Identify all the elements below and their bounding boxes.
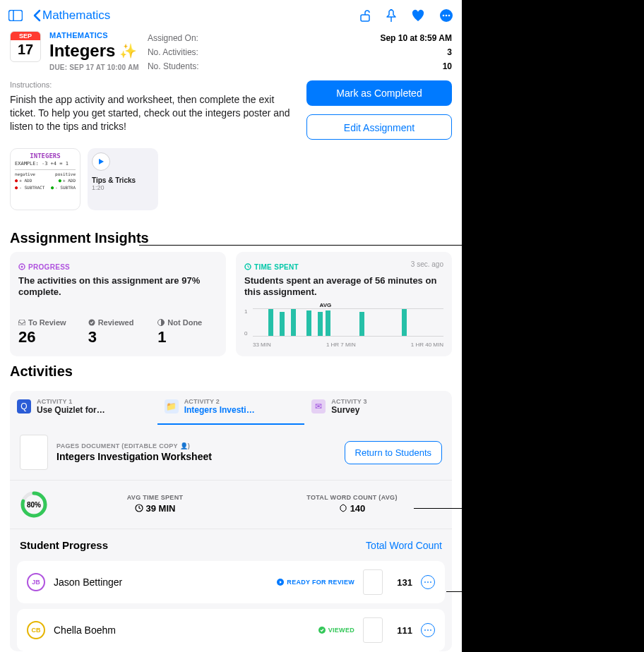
tab-activity-3[interactable]: ✉ ACTIVITY 3Survey	[304, 391, 452, 425]
student-row[interactable]: JB Jason Bettinger READY FOR REVIEW 131 …	[17, 561, 445, 603]
clock-icon	[135, 504, 143, 512]
svg-point-6	[448, 15, 451, 17]
more-icon[interactable]	[439, 8, 453, 23]
check-circle-icon	[88, 319, 95, 326]
svg-rect-2	[361, 15, 369, 21]
activity-tabs: Q ACTIVITY 1Use Quizlet for… 📁 ACTIVITY …	[10, 391, 452, 425]
play-icon[interactable]	[92, 152, 110, 171]
heart-icon[interactable]	[411, 9, 425, 22]
document-type: PAGES DOCUMENT (EDITABLE COPY 👤)	[56, 442, 336, 449]
work-thumb[interactable]	[363, 617, 383, 643]
status-badge: VIEWED	[318, 627, 354, 634]
progress-card: PROGRESS The activities on this assignme…	[10, 252, 226, 356]
calendar-icon: SEP 17	[10, 31, 41, 62]
document-name: Integers Investigation Worksheet	[56, 451, 336, 462]
time-spent-card: 3 sec. ago TIME SPENT Students spent an …	[236, 252, 452, 356]
pin-icon[interactable]	[386, 9, 397, 22]
instructions-text: Finish the app activity and worksheet, t…	[10, 93, 294, 133]
svg-point-5	[446, 15, 448, 17]
progress-badge: PROGRESS	[18, 263, 70, 271]
survey-icon: ✉	[311, 399, 326, 413]
svg-marker-7	[99, 159, 104, 164]
student-row[interactable]: CB Chella Boehm VIEWED 111 ⋯	[17, 609, 445, 651]
sidebar-icon[interactable]	[8, 10, 23, 21]
mark-completed-button[interactable]: Mark as Completed	[306, 80, 452, 106]
svg-point-4	[443, 15, 445, 17]
badge-icon	[339, 504, 347, 512]
half-circle-icon	[157, 319, 165, 326]
edit-assignment-button[interactable]: Edit Assignment	[306, 114, 452, 140]
back-label[interactable]: Mathematics	[42, 8, 110, 23]
subject-label: MATHEMATICS	[49, 31, 139, 40]
row-more-icon[interactable]: ⋯	[421, 575, 435, 589]
svg-marker-16	[340, 505, 346, 512]
lock-open-icon[interactable]	[359, 9, 371, 22]
student-progress-heading: Student Progress	[20, 539, 108, 551]
attachment-poster[interactable]: INTEGERS EXAMPLE: -3 +4 = 1 negativeposi…	[10, 148, 80, 210]
row-more-icon[interactable]: ⋯	[421, 623, 435, 637]
avatar: JB	[27, 573, 45, 591]
page-title: Integers ✨	[49, 41, 139, 61]
avatar: CB	[27, 621, 45, 639]
due-label: DUE: SEP 17 AT 10:00 AM	[49, 64, 139, 71]
activities-heading: Activities	[0, 356, 462, 385]
status-badge: READY FOR REVIEW	[277, 579, 354, 586]
folder-icon: 📁	[165, 399, 179, 413]
svg-rect-0	[9, 11, 23, 21]
quizlet-icon: Q	[17, 399, 31, 413]
return-to-students-button[interactable]: Return to Students	[345, 441, 442, 464]
time-chart: 10 AVG 33 MIN 1 HR 7 MIN 1 HR 40 MIN	[244, 308, 443, 348]
completion-donut: 80%	[20, 490, 48, 519]
tab-activity-2[interactable]: 📁 ACTIVITY 2Integers Investi…	[157, 391, 305, 425]
navbar: Mathematics	[0, 0, 462, 31]
back-icon[interactable]	[32, 9, 41, 22]
document-thumb[interactable]	[20, 435, 48, 470]
time-spent-badge: TIME SPENT	[244, 263, 299, 271]
inbox-icon	[18, 320, 25, 325]
svg-point-9	[21, 266, 23, 268]
attachment-audio[interactable]: Tips & Tricks 1:20	[88, 148, 158, 210]
sort-link[interactable]: Total Word Count	[366, 540, 442, 551]
work-thumb[interactable]	[363, 569, 383, 595]
tab-activity-1[interactable]: Q ACTIVITY 1Use Quizlet for…	[10, 391, 157, 425]
insights-heading: Assignment Insights	[0, 223, 462, 252]
meta-info: Assigned On:Sep 10 at 8:59 AM No. Activi…	[148, 31, 452, 73]
instructions-label: Instructions:	[10, 80, 294, 89]
sparkle-icon: ✨	[119, 42, 137, 59]
